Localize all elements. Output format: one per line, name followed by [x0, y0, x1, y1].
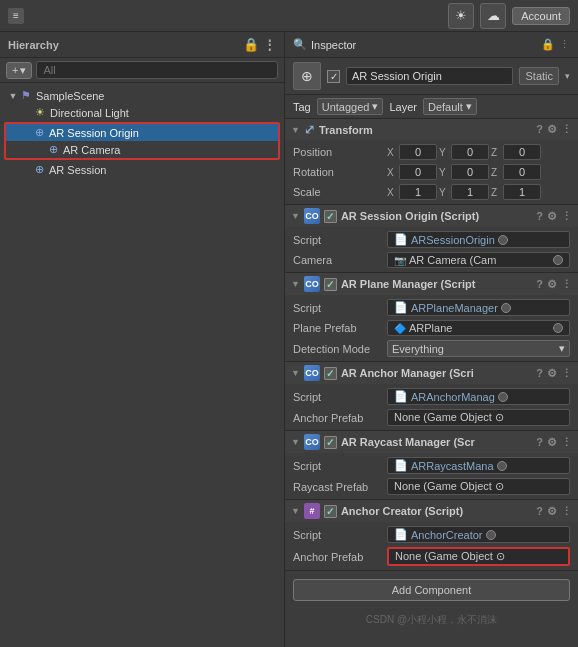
layer-dropdown[interactable]: Default ▾	[423, 98, 477, 115]
tree-item-ar-camera[interactable]: ⊕ AR Camera	[6, 141, 278, 158]
tree-item-ar-session-origin[interactable]: ⊕ AR Session Origin	[6, 124, 278, 141]
more-icon[interactable]: ⋮	[559, 38, 570, 51]
circle-select-icon[interactable]	[553, 255, 563, 265]
ar-session-origin-header[interactable]: ▼ CO ✓ AR Session Origin (Script) ? ⚙ ⋮	[285, 205, 578, 227]
more-icon[interactable]: ⋮	[561, 123, 572, 136]
ar-anchor-manager-header[interactable]: ▼ CO ✓ AR Anchor Manager (Scri ? ⚙ ⋮	[285, 362, 578, 384]
object-name-field[interactable]	[346, 67, 513, 85]
tree-label-ar-session-origin: AR Session Origin	[49, 127, 139, 139]
raycast-prefab-row: Raycast Prefab None (Game Object ⊙	[285, 476, 578, 497]
rotation-x[interactable]	[399, 164, 437, 180]
help-icon[interactable]: ?	[536, 436, 543, 449]
script-label: Script	[293, 234, 383, 246]
rotation-label: Rotation	[293, 166, 383, 178]
more-icon[interactable]: ⋮	[263, 37, 276, 52]
component-transform-header[interactable]: ▼ ⤢ Transform ? ⚙ ⋮	[285, 119, 578, 140]
scale-y[interactable]	[451, 184, 489, 200]
component-menu-icons: ? ⚙ ⋮	[536, 436, 572, 449]
menu-icon[interactable]: ≡	[8, 8, 24, 24]
scale-z[interactable]	[503, 184, 541, 200]
ar-plane-manager-header[interactable]: ▼ CO ✓ AR Plane Manager (Script ? ⚙ ⋮	[285, 273, 578, 295]
script-ref-value: ARSessionOrigin	[411, 234, 495, 246]
settings-icon[interactable]: ⚙	[547, 436, 557, 449]
raycast-prefab-none-field: None (Game Object ⊙	[387, 478, 570, 495]
settings-icon[interactable]: ⚙	[547, 278, 557, 291]
ar-session-origin-icon: ⊕	[35, 126, 44, 139]
tag-dropdown[interactable]: Untagged ▾	[317, 98, 384, 115]
circle-select-icon[interactable]	[553, 323, 563, 333]
scale-x[interactable]	[399, 184, 437, 200]
more-icon[interactable]: ⋮	[561, 367, 572, 380]
component-ar-raycast-manager: ▼ CO ✓ AR Raycast Manager (Scr ? ⚙ ⋮ Scr…	[285, 431, 578, 500]
more-icon[interactable]: ⋮	[561, 278, 572, 291]
lock-icon[interactable]: 🔒	[243, 37, 259, 52]
tree-item-sample-scene[interactable]: ▼ ⚑ SampleScene	[0, 87, 284, 104]
help-icon[interactable]: ?	[536, 123, 543, 136]
more-icon[interactable]: ⋮	[561, 436, 572, 449]
position-y[interactable]	[451, 144, 489, 160]
lock-icon[interactable]: 🔒	[541, 38, 555, 51]
position-z[interactable]	[503, 144, 541, 160]
circle-select-icon[interactable]	[501, 303, 511, 313]
component-ar-plane-manager: ▼ CO ✓ AR Plane Manager (Script ? ⚙ ⋮ Sc…	[285, 273, 578, 362]
cloud-icon[interactable]: ☁	[480, 3, 506, 29]
settings-icon[interactable]: ⚙	[547, 505, 557, 518]
detection-mode-label: Detection Mode	[293, 343, 383, 355]
x-label: X	[387, 187, 397, 198]
settings-icon[interactable]: ⚙	[547, 367, 557, 380]
script-label: Script	[293, 391, 383, 403]
hierarchy-search-input[interactable]	[36, 61, 278, 79]
prefab-icon: 🔷	[394, 323, 406, 334]
account-button[interactable]: Account	[512, 7, 570, 25]
static-label: Static	[519, 67, 559, 85]
script-ref-icon: 📄	[394, 459, 408, 472]
help-icon[interactable]: ?	[536, 505, 543, 518]
component-checkbox[interactable]: ✓	[324, 505, 337, 518]
script-ref-value: ARAnchorManag	[411, 391, 495, 403]
object-active-checkbox[interactable]: ✓	[327, 70, 340, 83]
tree-label-dir-light: Directional Light	[50, 107, 129, 119]
add-component-button[interactable]: Add Component	[293, 579, 570, 601]
ar-session-origin-script-title: AR Session Origin (Script)	[341, 210, 479, 222]
rotation-z[interactable]	[503, 164, 541, 180]
hierarchy-header: Hierarchy 🔒 ⋮	[0, 32, 284, 58]
help-icon[interactable]: ?	[536, 367, 543, 380]
light-icon: ☀	[35, 106, 45, 119]
help-icon[interactable]: ?	[536, 210, 543, 223]
ar-raycast-manager-header[interactable]: ▼ CO ✓ AR Raycast Manager (Scr ? ⚙ ⋮	[285, 431, 578, 453]
ar-camera-icon: ⊕	[49, 143, 58, 156]
more-icon[interactable]: ⋮	[561, 505, 572, 518]
script-row: Script 📄 AnchorCreator	[285, 524, 578, 545]
rotation-y[interactable]	[451, 164, 489, 180]
inspector-panel: 🔍 Inspector 🔒 ⋮ ⊕ ✓ Static ▾ Tag Untagge…	[285, 32, 578, 647]
circle-select-icon[interactable]	[486, 530, 496, 540]
inspector-header-icons: 🔒 ⋮	[541, 38, 570, 51]
ar-anchor-manager-title: AR Anchor Manager (Scri	[341, 367, 474, 379]
settings-icon[interactable]: ⚙	[547, 210, 557, 223]
toggle-icon: ▼	[291, 279, 300, 289]
circle-select-icon[interactable]	[498, 235, 508, 245]
settings-icon[interactable]: ⚙	[547, 123, 557, 136]
tag-label: Tag	[293, 101, 311, 113]
position-x[interactable]	[399, 144, 437, 160]
circle-select-icon[interactable]	[497, 461, 507, 471]
circle-select-icon[interactable]	[498, 392, 508, 402]
position-row: Position X Y Z	[285, 142, 578, 162]
static-dropdown-arrow[interactable]: ▾	[565, 71, 570, 81]
anchor-creator-header[interactable]: ▼ # ✓ Anchor Creator (Script) ? ⚙ ⋮	[285, 500, 578, 522]
rotation-row: Rotation X Y Z	[285, 162, 578, 182]
component-checkbox[interactable]: ✓	[324, 278, 337, 291]
anchor-prefab-value: None (Game Object ⊙	[394, 411, 504, 423]
help-icon[interactable]: ?	[536, 278, 543, 291]
sun-icon[interactable]: ☀	[448, 3, 474, 29]
component-checkbox[interactable]: ✓	[324, 367, 337, 380]
hierarchy-add-button[interactable]: + ▾	[6, 62, 32, 79]
watermark: CSDN @小程小程，永不消沫	[285, 609, 578, 631]
detection-mode-select[interactable]: Everything ▾	[387, 340, 570, 357]
tree-item-ar-session[interactable]: ⊕ AR Session	[0, 161, 284, 178]
component-checkbox[interactable]: ✓	[324, 436, 337, 449]
component-checkbox[interactable]: ✓	[324, 210, 337, 223]
anchor-prefab-label: Anchor Prefab	[293, 412, 383, 424]
tree-item-dir-light[interactable]: ☀ Directional Light	[0, 104, 284, 121]
more-icon[interactable]: ⋮	[561, 210, 572, 223]
